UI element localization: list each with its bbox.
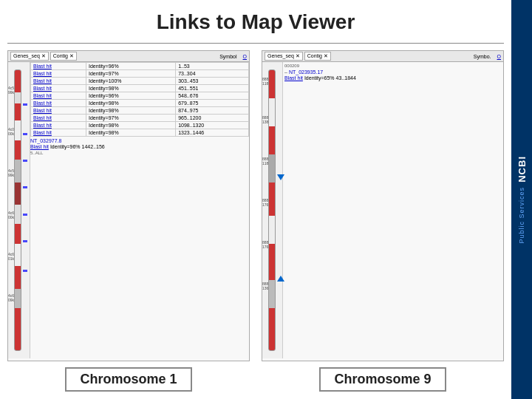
chr1-nt-accession[interactable]: NT_032977.8 (30, 138, 61, 143)
chr9-band-label-2: 888138 (262, 115, 268, 124)
range-6: 679..875 (176, 100, 249, 107)
chr1-table-area: Blast hit Identity=96% 1..53 Blast hit I… (30, 62, 249, 358)
band-label-1: 4c599k (8, 86, 14, 95)
chr1-contig[interactable]: Contig ✕ (50, 52, 77, 61)
chr1-genes-seq[interactable]: Genes_seq ✕ (10, 52, 49, 61)
table-row: Blast hit Identity=97% 73..304 (31, 70, 249, 78)
band-label-4: 4c600k (8, 211, 14, 219)
chr1-results-table: Blast hit Identity=96% 1..53 Blast hit I… (30, 62, 249, 137)
chr1-hit-4 (23, 186, 27, 188)
chr9-dash: – (284, 69, 287, 75)
range-9: 1098..1320 (176, 122, 249, 129)
chr1-map-image[interactable]: Genes_seq ✕ Contig ✕ Symbol O (7, 50, 250, 361)
table-row: Blast hit Identity=98% 874..975 (31, 107, 249, 115)
table-row: Blast hit Identity=97% 965..1200 (31, 115, 249, 122)
range-1: 1..53 (176, 63, 249, 70)
chr1-symbol-col: Symbol (219, 54, 236, 59)
chr1-hit-1 (23, 103, 27, 106)
identity-10: Identity=98% (86, 129, 175, 137)
blast-link-6[interactable]: Blast hit (33, 100, 52, 106)
identity-2: Identity=97% (86, 70, 175, 78)
chr1-nt-line: NT_032977.8 (30, 138, 249, 143)
identity-6: Identity=98% (86, 100, 175, 107)
band-label-3: 4c599k (8, 168, 14, 177)
identity-5: Identity=96% (86, 92, 175, 100)
chr1-hit-6 (23, 240, 27, 242)
title-divider (7, 43, 504, 44)
range-5: 548..676 (176, 92, 249, 100)
blast-link-2[interactable]: Blast hit (33, 71, 52, 76)
chr9-genes-seq[interactable]: Genes_seq ✕ (265, 52, 303, 61)
page-title: Links to Map Viewer (0, 10, 511, 34)
identity-7: Identity=98% (86, 107, 175, 115)
table-row: Blast hit Identity=98% 1323..1446 (31, 129, 249, 137)
blast-link-9[interactable]: Blast hit (33, 123, 52, 128)
chr1-chromosome-bar (14, 69, 21, 351)
range-10: 1323..1446 (176, 129, 249, 137)
chr1-bottom-label: 5..ALL (30, 151, 249, 155)
chr9-band-label-5: 888176 (262, 240, 268, 249)
chr1-last-blast-row: Blast hit Identity=96% 1442..156 (30, 144, 249, 149)
chr9-contig[interactable]: Contig ✕ (304, 52, 331, 61)
chr9-band-label-1: 888118 (262, 77, 268, 86)
identity-9: Identity=98% (86, 122, 175, 129)
band-label-2: 4c000k (8, 127, 14, 136)
chr1-hit-2 (23, 133, 27, 135)
chr9-blast-range: 43..1844 (336, 75, 356, 81)
chr9-table-area: 000209 – NT_023935.17 Blast hit Identity… (283, 62, 503, 358)
chr1-last-blast-link[interactable]: Blast hit (30, 144, 49, 149)
chr9-blast-identity: Identity=65% (304, 75, 335, 81)
identity-3: Identity=100% (86, 78, 175, 85)
blast-link-5[interactable]: Blast hit (33, 93, 52, 98)
chr9-band-label-6: 888136 (262, 282, 268, 290)
chr9-position-label: 000209 (284, 64, 502, 68)
chr9-symbol-col: Symbo. (474, 54, 491, 59)
band-label-6: 4c609k (8, 293, 14, 302)
table-row: Blast hit Identity=98% 451..551 (31, 85, 249, 92)
ncbi-sidebar: NCBI Public Services (511, 0, 532, 399)
identity-8: Identity=97% (86, 115, 175, 122)
panels-container: Genes_seq ✕ Contig ✕ Symbol O (7, 50, 504, 392)
band-label-5: 4c601k (8, 252, 14, 261)
range-8: 965..1200 (176, 115, 249, 122)
chr1-panel: Genes_seq ✕ Contig ✕ Symbol O (7, 50, 250, 392)
table-row: Blast hit Identity=98% 679..875 (31, 100, 249, 107)
table-row: Blast hit Identity=96% 1..53 (31, 63, 249, 70)
chr9-band-label-3: 888118 (262, 157, 268, 166)
blast-link-4[interactable]: Blast hit (33, 86, 52, 91)
chr1-hit-7 (23, 270, 27, 272)
chr9-map-image[interactable]: Genes_seq ✕ Contig ✕ Symbo. O (262, 50, 504, 361)
range-3: 303..453 (176, 78, 249, 85)
range-4: 451..551 (176, 85, 249, 92)
chr1-toolbar: Genes_seq ✕ Contig ✕ Symbol O (8, 51, 249, 62)
chr9-o-col[interactable]: O (497, 54, 501, 59)
table-row: Blast hit Identity=96% 548..676 (31, 92, 249, 100)
chr1-o-col[interactable]: O (243, 54, 247, 59)
blast-link-8[interactable]: Blast hit (33, 115, 52, 120)
chr9-blast-link[interactable]: Blast hit (284, 75, 303, 81)
table-row: Blast hit Identity=98% 1098..1320 (31, 122, 249, 129)
chr1-last-range: 1442..156 (82, 144, 105, 149)
range-2: 73..304 (176, 70, 249, 78)
chr9-band-label-4: 888176 (262, 198, 268, 207)
public-services-label: Public Services (518, 187, 525, 244)
blast-link-1[interactable]: Blast hit (33, 64, 52, 69)
chr9-blast-row: Blast hit Identity=65% 43..1844 (284, 75, 502, 81)
chr9-toolbar: Genes_seq ✕ Contig ✕ Symbo. O (262, 51, 503, 62)
blast-link-7[interactable]: Blast hit (33, 108, 52, 113)
chr1-band-col: 4c599k 4c000k 4c599k 4c600k 4c601k 4c609… (8, 62, 30, 358)
chr9-nt-line: – NT_023935.17 (284, 69, 502, 75)
chr1-label: Chromosome 1 (65, 367, 191, 392)
blast-link-10[interactable]: Blast hit (33, 130, 52, 135)
blast-link-3[interactable]: Blast hit (33, 78, 52, 83)
main-content: Links to Map Viewer Genes_seq ✕ Contig ✕… (0, 0, 511, 399)
chr1-hit-5 (23, 214, 27, 216)
chr9-band-col: 888118 888138 888118 888176 888176 88813… (262, 62, 283, 358)
ncbi-label: NCBI (516, 156, 528, 183)
identity-4: Identity=98% (86, 85, 175, 92)
chr9-chromosome-bar (268, 69, 276, 351)
chr1-hit-3 (23, 160, 27, 162)
chr9-panel: Genes_seq ✕ Contig ✕ Symbo. O (262, 50, 504, 392)
chr9-nt-accession[interactable]: NT_023935.17 (289, 69, 323, 75)
chr1-last-identity: Identity=96% (50, 144, 81, 149)
